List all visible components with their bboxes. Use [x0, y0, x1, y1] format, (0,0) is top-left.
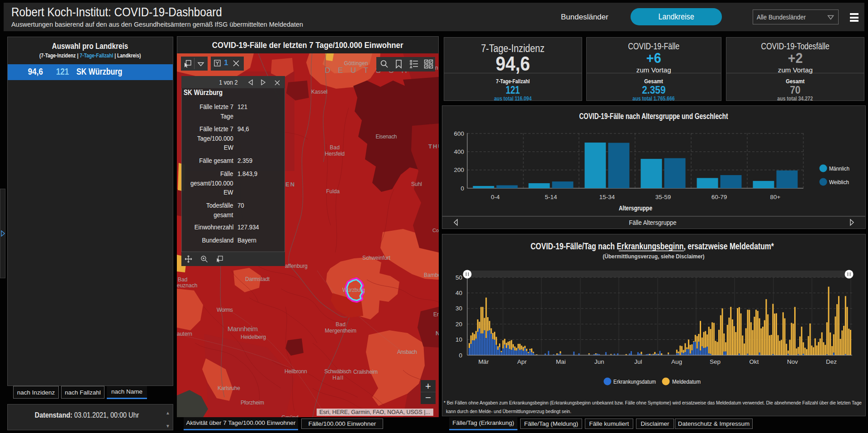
- svg-text:Mär: Mär: [478, 358, 489, 365]
- svg-text:40: 40: [455, 290, 462, 296]
- svg-text:Jul: Jul: [634, 358, 642, 365]
- svg-text:(Übermittlungsverzug, siehe Di: (Übermittlungsverzug, siehe Disclaimer): [603, 253, 705, 260]
- svg-text:30: 30: [455, 305, 462, 312]
- svg-text:Okt: Okt: [749, 358, 759, 365]
- svg-text:Dez: Dez: [826, 358, 837, 365]
- svg-text:* Bei Fällen ohne Angaben zum: * Bei Fällen ohne Angaben zum Erkrankung…: [444, 400, 862, 405]
- svg-text:Jun: Jun: [594, 358, 604, 365]
- svg-text:0: 0: [459, 352, 462, 359]
- svg-text:20: 20: [455, 321, 462, 328]
- svg-text:kann durch den Melde- und Über: kann durch den Melde- und Übermittlungsv…: [446, 409, 571, 414]
- svg-text:Mai: Mai: [556, 358, 566, 365]
- svg-text:Nov: Nov: [787, 358, 798, 365]
- svg-text:Aug: Aug: [671, 358, 682, 365]
- svg-text:Erkrankungsdatum: Erkrankungsdatum: [613, 379, 656, 385]
- svg-text:10: 10: [455, 336, 462, 343]
- svg-text:50: 50: [455, 274, 462, 281]
- svg-text:Sep: Sep: [710, 358, 721, 365]
- svg-text:Apr: Apr: [517, 358, 527, 365]
- svg-text:COVID-19-Fälle/Tag nach Erkran: COVID-19-Fälle/Tag nach Erkrankungsbegin…: [531, 241, 774, 251]
- svg-text:Meldedatum: Meldedatum: [672, 379, 701, 385]
